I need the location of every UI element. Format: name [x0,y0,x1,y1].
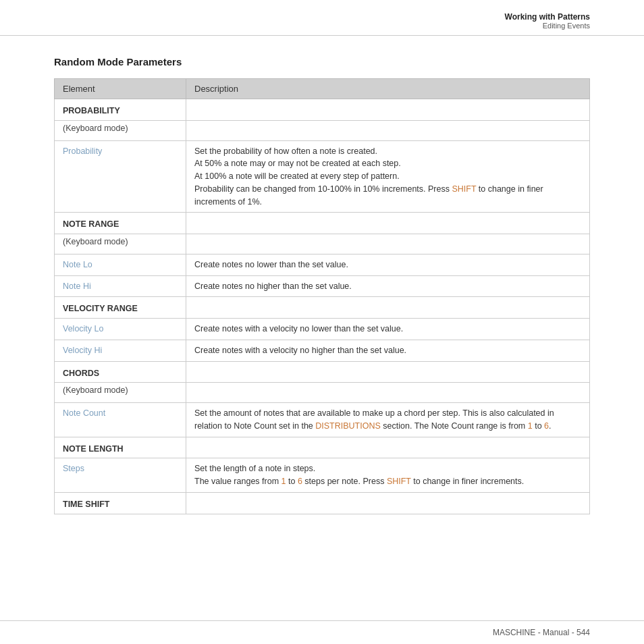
shift-highlight: SHIFT [452,184,476,194]
desc-cell [186,361,590,383]
desc-cell [186,120,590,140]
table-row: (Keyboard mode) [55,234,590,254]
table-row: Velocity Hi Create notes with a velocity… [55,340,590,361]
desc-cell: Set the amount of notes that are availab… [186,403,590,437]
desc-line: Set the probability of how often a note … [194,145,581,158]
desc-cell [186,383,590,403]
page-container: Working with Patterns Editing Events Ran… [0,0,644,644]
element-cell: (Keyboard mode) [55,120,186,140]
element-cell: PROBABILITY [55,99,186,121]
desc-cell: Create notes with a velocity no lower th… [186,319,590,340]
element-cell: Note Count [55,403,186,437]
element-cell: Note Lo [55,254,186,275]
table-row: Velocity Lo Create notes with a velocity… [55,319,590,340]
distributions-highlight: DISTRIBUTIONS [315,421,381,431]
table-row: NOTE LENGTH [55,437,590,458]
table-row: Note Lo Create notes no lower than the s… [55,254,590,275]
element-cell: Velocity Hi [55,340,186,361]
desc-cell [186,234,590,254]
page-footer: MASCHINE - Manual - 544 [0,620,644,644]
table-header-row: Element Description [55,79,590,99]
desc-line: At 50% a note may or may not be created … [194,157,581,170]
element-cell: Steps [55,458,186,493]
element-cell: Probability [55,140,186,213]
num-6-steps: 6 [298,477,302,486]
group-label: NOTE LENGTH [63,444,124,454]
table-row: Note Count Set the amount of notes that … [55,403,590,437]
desc-cell: Create notes no lower than the set value… [186,254,590,275]
table-row: Steps Set the length of a note in steps.… [55,458,590,493]
probability-link[interactable]: Probability [63,146,102,156]
num-1-highlight: 1 [528,421,533,431]
desc-cell [186,99,590,121]
group-label: NOTE RANGE [63,219,119,229]
group-label: CHORDS [63,369,99,378]
desc-cell [186,492,590,514]
desc-cell [186,297,590,319]
table-row: VELOCITY RANGE [55,297,590,319]
section-title: Random Mode Parameters [54,56,590,68]
col-desc-header: Description [186,79,590,99]
velocity-lo-link[interactable]: Velocity Lo [63,324,103,333]
desc-cell: Create notes with a velocity no higher t… [186,340,590,361]
shift-highlight-steps: SHIFT [387,477,411,486]
table-row: Probability Set the probability of how o… [55,140,590,213]
footer-text: MASCHINE - Manual - 544 [493,628,590,637]
note-lo-link[interactable]: Note Lo [63,260,92,269]
element-cell: NOTE LENGTH [55,437,186,458]
note-hi-link[interactable]: Note Hi [63,281,91,291]
element-cell: Velocity Lo [55,319,186,340]
desc-cell: Set the length of a note in steps. The v… [186,458,590,493]
element-cell: (Keyboard mode) [55,383,186,403]
params-table: Element Description PROBABILITY (Keyboar… [54,78,590,514]
table-row: PROBABILITY [55,99,590,121]
header-title: Working with Patterns [54,12,590,22]
table-row: Note Hi Create notes no higher than the … [55,275,590,297]
element-cell: VELOCITY RANGE [55,297,186,319]
element-cell: Note Hi [55,275,186,297]
desc-line: At 100% a note will be created at every … [194,170,581,183]
main-content: Random Mode Parameters Element Descripti… [0,36,644,528]
table-row: (Keyboard mode) [55,383,590,403]
num-6-highlight: 6 [544,421,549,431]
desc-cell [186,213,590,234]
table-row: NOTE RANGE [55,213,590,234]
desc-cell [186,437,590,458]
element-cell: (Keyboard mode) [55,234,186,254]
page-header: Working with Patterns Editing Events [0,0,644,36]
table-row: (Keyboard mode) [55,120,590,140]
element-cell: CHORDS [55,361,186,383]
table-row: CHORDS [55,361,590,383]
col-element-header: Element [55,79,186,99]
desc-cell: Create notes no higher than the set valu… [186,275,590,297]
note-count-link[interactable]: Note Count [63,408,105,418]
element-cell: TIME SHIFT [55,492,186,514]
header-subtitle: Editing Events [54,22,590,30]
group-label: TIME SHIFT [63,500,109,509]
table-row: TIME SHIFT [55,492,590,514]
desc-line: The value ranges from 1 to 6 steps per n… [194,475,581,488]
desc-cell: Set the probability of how often a note … [186,140,590,213]
steps-link[interactable]: Steps [63,464,84,473]
group-label: VELOCITY RANGE [63,304,138,313]
num-1-steps: 1 [281,477,286,486]
desc-line: Set the length of a note in steps. [194,462,581,475]
desc-line: Probability can be changed from 10-100% … [194,183,581,209]
velocity-hi-link[interactable]: Velocity Hi [63,346,102,355]
group-label: PROBABILITY [63,106,120,115]
element-cell: NOTE RANGE [55,213,186,234]
